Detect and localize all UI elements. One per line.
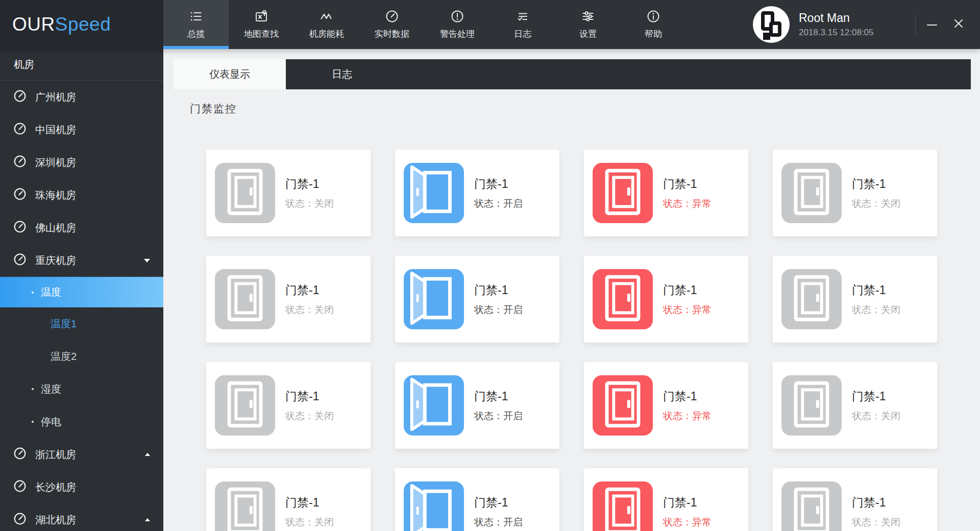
sidebar-item-zhuhai[interactable]: 珠海机房 [0,179,163,211]
door-card[interactable]: 门禁-1状态：异常 [584,256,748,343]
nav-item-map-search[interactable]: 地图查找 [229,0,294,49]
sidebar-item-temperature-1[interactable]: 温度1 [0,307,163,340]
minimize-button[interactable] [919,0,945,49]
sidebar-item-guangzhou[interactable]: 广州机房 [0,81,163,113]
gauge-icon [13,187,27,203]
nav-item-label: 警告处理 [440,28,475,40]
door-closed-icon [781,374,842,437]
card-title: 门禁-1 [285,176,334,192]
card-title: 门禁-1 [663,495,712,511]
door-open-icon [404,268,464,330]
card-status: 状态：关闭 [285,516,334,529]
card-status: 状态：关闭 [852,516,900,529]
card-status: 状态：异常 [663,409,712,423]
nav-item-energy[interactable]: 机房能耗 [294,0,359,49]
sidebar-item-chongqing[interactable]: 重庆机房 [0,244,163,277]
user-avatar[interactable] [753,6,790,43]
pulse-icon [320,9,334,23]
door-card[interactable]: 门禁-1状态：异常 [584,150,748,236]
top-bar: OURSpeed 总揽 地图查找 机房能耗 实时数据 警告处理 日志 设置 [0,0,980,49]
door-card[interactable]: 门禁-1状态：开启 [395,362,559,449]
door-card[interactable]: 门禁-1状态：开启 [395,150,559,236]
door-card[interactable]: 门禁-1状态：异常 [584,468,748,531]
door-card[interactable]: 门禁-1状态：开启 [395,256,559,343]
sidebar-item-label: 重庆机房 [35,254,76,268]
door-tile [404,269,464,329]
door-card[interactable]: 门禁-1状态：关闭 [206,150,371,236]
sidebar-item-temperature-2[interactable]: 温度2 [0,340,163,373]
section-title: 门禁监控 [190,102,980,116]
sidebar-item-shenzhen[interactable]: 深圳机房 [0,146,163,179]
sidebar-item-temperature[interactable]: 温度 [0,277,163,307]
sidebar-item-label: 佛山机房 [35,221,76,235]
door-card[interactable]: 门禁-1状态：关闭 [773,362,937,449]
sidebar-item-label: 珠海机房 [35,188,76,202]
card-title: 门禁-1 [663,176,712,192]
door-card[interactable]: 门禁-1状态：异常 [584,362,748,449]
door-tile [215,163,275,223]
nav-item-help[interactable]: 帮助 [621,0,686,49]
card-title: 门禁-1 [852,389,900,404]
sidebar-item-hubei[interactable]: 湖北机房 [0,503,163,531]
door-closed-icon [593,268,653,330]
tab-instrument-display[interactable]: 仪表显示 [174,59,286,89]
sidebar-item-label: 浙江机房 [35,448,76,462]
nav-item-overview[interactable]: 总揽 [163,0,229,49]
gauge-icon [13,447,27,463]
door-card[interactable]: 门禁-1状态：关闭 [206,256,371,343]
door-card[interactable]: 门禁-1状态：关闭 [206,468,371,531]
door-tile [593,269,653,329]
card-title: 门禁-1 [852,282,900,298]
door-tile [593,375,653,436]
nav-item-settings[interactable]: 设置 [555,0,621,49]
nav-item-realtime-data[interactable]: 实时数据 [359,0,425,49]
door-card[interactable]: 门禁-1状态：关闭 [206,362,371,449]
door-card[interactable]: 门禁-1状态：关闭 [773,150,937,236]
door-card[interactable]: 门禁-1状态：关闭 [773,256,937,343]
datetime: 2018.3.15 12:08:05 [799,28,910,38]
gauge-icon [13,122,27,138]
close-icon [951,16,966,33]
sidebar-item-foshan[interactable]: 佛山机房 [0,211,163,244]
sidebar-item-zhejiang[interactable]: 浙江机房 [0,438,163,471]
door-open-icon [404,374,464,437]
sidebar-item-label: 湖北机房 [35,513,76,527]
door-card[interactable]: 门禁-1状态：关闭 [773,468,937,531]
gauge-icon [13,253,27,269]
nav-item-log[interactable]: 日志 [490,0,555,49]
sliders-icon [581,9,595,23]
card-status: 状态：关闭 [852,303,900,317]
user-info: Root Man 2018.3.15 12:08:05 [799,11,910,38]
card-title: 门禁-1 [285,282,334,298]
sidebar-item-power-outage[interactable]: 停电 [0,405,163,438]
door-tile [781,163,842,223]
door-tile [593,163,653,223]
door-closed-icon [215,480,275,531]
tab-label: 日志 [332,67,352,81]
door-card[interactable]: 门禁-1状态：开启 [395,468,559,531]
card-title: 门禁-1 [285,495,334,511]
gauge-icon [13,479,27,495]
door-tile [404,375,464,436]
sidebar-item-label: 湿度 [41,382,61,396]
sidebar-item-humidity[interactable]: 湿度 [0,373,163,405]
sidebar-item-label: 温度1 [51,317,77,331]
card-title: 门禁-1 [663,282,712,298]
info-circle-icon [646,9,660,23]
door-tile [215,481,275,531]
nav-item-label: 实时数据 [375,28,409,40]
sidebar-item-changsha[interactable]: 长沙机房 [0,471,163,503]
nav-item-alerts[interactable]: 警告处理 [425,0,490,49]
card-title: 门禁-1 [474,176,523,192]
card-status: 状态：开启 [474,516,523,529]
sidebar-item-zhongguo[interactable]: 中国机房 [0,113,163,146]
nav-item-label: 机房能耗 [309,28,344,40]
card-title: 门禁-1 [285,389,334,404]
card-status: 状态：关闭 [852,409,900,423]
door-closed-icon [215,374,275,437]
door-closed-icon [781,268,842,330]
tab-log[interactable]: 日志 [286,59,398,89]
nav-item-label: 帮助 [645,28,662,40]
close-button[interactable] [945,0,972,49]
card-title: 门禁-1 [474,389,523,404]
